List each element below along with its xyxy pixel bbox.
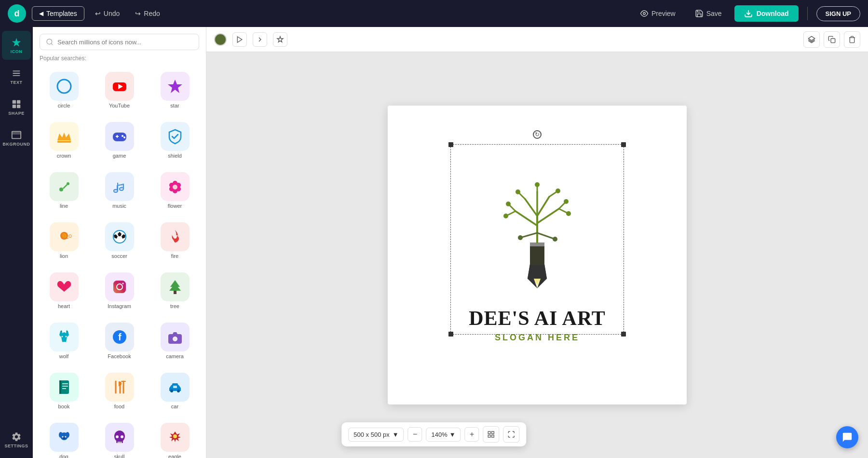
design-card[interactable]: DEE'S AI ART SLOGAN HERE: [388, 106, 687, 404]
logo[interactable]: d: [8, 4, 26, 23]
svg-point-107: [564, 199, 569, 204]
sidebar-item-text[interactable]: TEXT: [2, 62, 31, 91]
top-navigation: d ◀ Templates ↩ Undo ↪ Redo Preview Save…: [0, 0, 868, 27]
svg-text:f: f: [118, 332, 122, 342]
icon-item-lion[interactable]: ʘ‿ʘ lion: [38, 217, 90, 264]
sidebar-item-icon[interactable]: ICON: [2, 31, 31, 60]
save-button[interactable]: Save: [688, 6, 729, 21]
line-icon: [55, 178, 73, 195]
sidebar-item-shape[interactable]: SHAPE: [2, 93, 31, 121]
svg-rect-112: [492, 431, 494, 434]
icon-item-star[interactable]: star: [149, 67, 201, 114]
handle-top-left[interactable]: [448, 142, 453, 147]
svg-rect-15: [117, 135, 118, 138]
signup-button[interactable]: SIGN UP: [816, 6, 860, 21]
circle-icon: [55, 78, 73, 95]
search-input[interactable]: [57, 39, 193, 46]
svg-rect-12: [57, 141, 71, 143]
svg-point-27: [173, 185, 177, 189]
facebook-icon: f: [111, 328, 128, 346]
svg-point-76: [173, 434, 177, 438]
zoom-display[interactable]: 140% ▼: [426, 428, 461, 442]
icon-item-soccer[interactable]: soccer: [93, 217, 146, 264]
icon-item-tree[interactable]: tree: [149, 267, 201, 314]
color-picker[interactable]: [214, 33, 227, 46]
search-icon: [46, 38, 54, 46]
download-button[interactable]: Download: [734, 5, 799, 22]
icon-item-skull[interactable]: skull: [93, 418, 146, 458]
layers-button[interactable]: [803, 31, 820, 48]
svg-point-60: [170, 390, 173, 392]
svg-point-20: [67, 182, 69, 185]
duplicate-button[interactable]: [824, 31, 840, 48]
icon-item-instagram[interactable]: Instagram: [93, 267, 146, 314]
flip-tool-button[interactable]: [253, 32, 267, 47]
sidebar-item-settings[interactable]: SETTINGS: [2, 425, 31, 454]
wolf-icon: [55, 328, 73, 346]
icon-item-dog[interactable]: dog: [38, 418, 90, 458]
handle-bottom-right[interactable]: [621, 332, 626, 337]
svg-point-71: [116, 435, 119, 438]
icon-item-flower[interactable]: flower: [149, 167, 201, 214]
zoom-in-button[interactable]: +: [465, 427, 479, 442]
icon-item-book[interactable]: book: [38, 367, 90, 415]
align-tool-button[interactable]: [232, 32, 247, 47]
svg-point-109: [518, 235, 523, 240]
handle-top-right[interactable]: [621, 142, 626, 147]
icon-item-youtube[interactable]: YouTube: [93, 67, 146, 114]
fit-view-button[interactable]: [503, 426, 520, 443]
size-selector[interactable]: 500 x 500 px ▼: [348, 428, 404, 442]
icon-item-music[interactable]: music: [93, 167, 146, 214]
grid-view-button[interactable]: [483, 426, 500, 443]
svg-rect-2: [13, 100, 16, 103]
canvas-toolbar: [206, 27, 868, 52]
car-icon: [166, 378, 184, 396]
icon-item-camera[interactable]: camera: [149, 317, 201, 364]
svg-text:ʘ‿ʘ: ʘ‿ʘ: [62, 234, 72, 239]
svg-line-101: [537, 233, 555, 239]
svg-rect-52: [59, 380, 61, 394]
icon-item-facebook[interactable]: f Facebook: [93, 317, 146, 364]
preview-button[interactable]: Preview: [633, 6, 682, 21]
svg-line-96: [537, 197, 549, 216]
rotate-handle[interactable]: [533, 130, 542, 139]
icon-item-wolf[interactable]: wolf: [38, 317, 90, 364]
icon-item-shield[interactable]: shield: [149, 117, 201, 164]
youtube-icon: [111, 78, 128, 95]
canvas-scroll[interactable]: DEE'S AI ART SLOGAN HERE: [206, 52, 868, 458]
popular-searches-label: Popular searches:: [40, 55, 199, 62]
sidebar: ICON TEXT SHAPE BKGROUND SETTINGS: [0, 27, 33, 458]
svg-marker-40: [169, 283, 181, 291]
search-bar[interactable]: [40, 34, 199, 50]
icon-item-line[interactable]: line: [38, 167, 90, 214]
svg-point-68: [63, 437, 66, 439]
shape-icon: [11, 99, 22, 109]
redo-button[interactable]: ↪ Redo: [130, 7, 164, 20]
templates-button[interactable]: ◀ Templates: [32, 6, 84, 21]
icon-item-food[interactable]: food: [93, 367, 146, 415]
logo-graphic: [477, 168, 597, 298]
chat-bubble[interactable]: [836, 426, 858, 448]
svg-point-102: [503, 214, 508, 218]
logo-svg: [477, 168, 597, 298]
svg-point-67: [65, 436, 66, 438]
delete-button[interactable]: [844, 31, 860, 48]
svg-point-106: [556, 189, 560, 193]
svg-rect-3: [17, 100, 20, 103]
undo-button[interactable]: ↩ Undo: [90, 7, 124, 20]
eagle-icon: [166, 429, 184, 446]
icon-item-fire[interactable]: fire: [149, 217, 201, 264]
effects-tool-button[interactable]: [273, 32, 287, 47]
sidebar-item-background[interactable]: BKGROUND: [2, 123, 31, 152]
icon-item-circle[interactable]: circle: [38, 67, 90, 114]
icon-item-heart[interactable]: heart: [38, 267, 90, 314]
icon-item-eagle[interactable]: eagle: [149, 418, 201, 458]
icon-item-game[interactable]: game: [93, 117, 146, 164]
handle-bottom-left[interactable]: [448, 332, 453, 337]
svg-point-110: [553, 237, 557, 242]
icon-item-car[interactable]: car: [149, 367, 201, 415]
zoom-out-button[interactable]: −: [408, 427, 422, 442]
svg-point-44: [61, 336, 63, 337]
game-icon: [111, 128, 128, 145]
icon-item-crown[interactable]: crown: [38, 117, 90, 164]
